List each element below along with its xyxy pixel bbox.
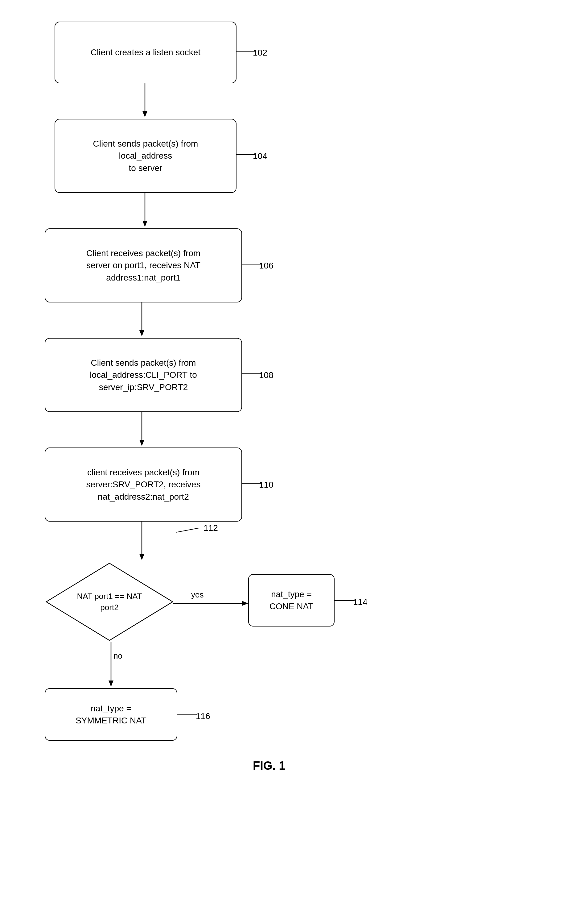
svg-line-15 [176,528,200,532]
box-114: nat_type = CONE NAT [248,574,334,627]
svg-marker-2 [142,111,147,117]
connector-108-ref [242,373,261,374]
arrow-diamond-yes [173,599,250,608]
connector-112-ref [176,528,207,537]
connector-104-ref [236,154,255,155]
ref-110: 110 [259,480,273,490]
box-110-text: client receives packet(s) from server:SR… [86,466,201,503]
box-104-text: Client sends packet(s) from local_addres… [93,138,198,174]
ref-108: 108 [259,370,273,380]
diamond-112-text: NAT port1 == NATport2 [76,591,144,613]
box-116-text: nat_type = SYMMETRIC NAT [76,703,147,727]
ref-114: 114 [353,597,368,607]
box-116: nat_type = SYMMETRIC NAT [45,688,177,741]
arrow-106-108 [137,303,147,338]
arrow-104-106 [140,193,150,228]
label-yes: yes [191,590,204,600]
box-104: Client sends packet(s) from local_addres… [55,119,236,193]
box-102-text: Client creates a listen socket [90,46,200,58]
svg-marker-14 [139,554,144,560]
box-114-text: nat_type = CONE NAT [270,588,313,612]
fig-label: FIG. 1 [253,759,286,773]
connector-116-ref [177,714,197,715]
connector-102-ref [236,51,255,52]
box-108-text: Client sends packet(s) from local_addres… [90,357,197,393]
svg-marker-11 [139,440,144,446]
svg-marker-21 [108,680,113,687]
box-108: Client sends packet(s) from local_addres… [45,338,242,412]
diamond-112: NAT port1 == NATport2 [45,562,174,642]
arrow-110-diamond [137,522,147,562]
svg-marker-8 [139,330,144,336]
arrow-108-110 [137,412,147,447]
svg-marker-18 [242,601,248,606]
box-102: Client creates a listen socket [55,22,236,83]
connector-110-ref [242,483,261,484]
ref-116: 116 [196,711,210,721]
connector-114-ref [334,600,355,601]
box-106-text: Client receives packet(s) from server on… [86,247,200,283]
connector-106-ref [242,264,261,264]
box-110: client receives packet(s) from server:SR… [45,447,242,522]
arrow-102-104 [140,83,150,119]
ref-106: 106 [259,261,273,270]
flowchart-diagram: Client creates a listen socket 102 Clien… [0,0,588,920]
svg-marker-5 [142,221,147,227]
arrow-diamond-no [107,642,116,688]
ref-102: 102 [253,48,267,58]
label-no: no [113,651,123,661]
box-106: Client receives packet(s) from server on… [45,228,242,303]
ref-104: 104 [253,151,267,161]
